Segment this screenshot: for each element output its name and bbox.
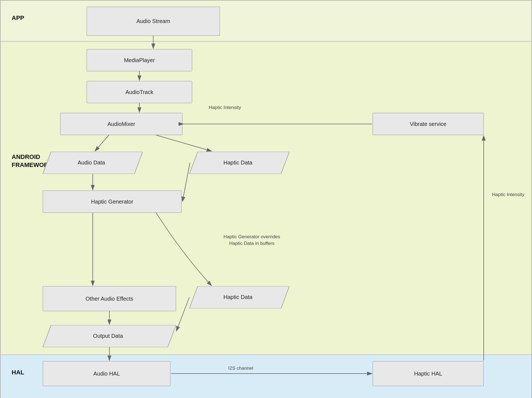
label-haptic-intensity-2: Haptic Intensity — [492, 192, 524, 197]
box-output-data: Output Data — [43, 325, 176, 347]
box-audio-data: Audio Data — [43, 152, 143, 174]
box-vibrate-service: Vibrate service — [373, 113, 484, 135]
label-haptic-intensity-1: Haptic Intensity — [209, 105, 241, 110]
box-haptic-data-2: Haptic Data — [189, 286, 289, 308]
svg-text:Audio Data: Audio Data — [78, 159, 106, 166]
box-audio-track: AudioTrack — [87, 81, 192, 103]
label-i2s-channel: I2S channel — [228, 366, 253, 371]
box-haptic-generator: Haptic Generator — [43, 191, 182, 213]
label-app: APP — [12, 14, 24, 22]
box-other-audio-effects: Other Audio Effects — [43, 286, 176, 311]
box-media-player: MediaPlayer — [87, 49, 192, 71]
label-hal: HAL — [12, 369, 24, 376]
layer-app — [1, 1, 531, 42]
box-audio-mixer: AudioMixer — [60, 113, 182, 135]
box-haptic-hal: Haptic HAL — [373, 361, 484, 386]
svg-text:Haptic Data: Haptic Data — [224, 159, 253, 166]
diagram-container: APP ANDROIDFRAMEWORK HAL Audio Stream Me… — [0, 0, 532, 398]
svg-text:Haptic Data: Haptic Data — [224, 294, 253, 300]
box-haptic-data-1: Haptic Data — [189, 152, 289, 174]
box-audio-stream: Audio Stream — [87, 7, 220, 36]
svg-text:Output Data: Output Data — [93, 333, 123, 339]
label-haptic-generator-overrides: Haptic Generator overridesHaptic Data in… — [206, 234, 298, 247]
box-audio-hal: Audio HAL — [43, 361, 170, 386]
